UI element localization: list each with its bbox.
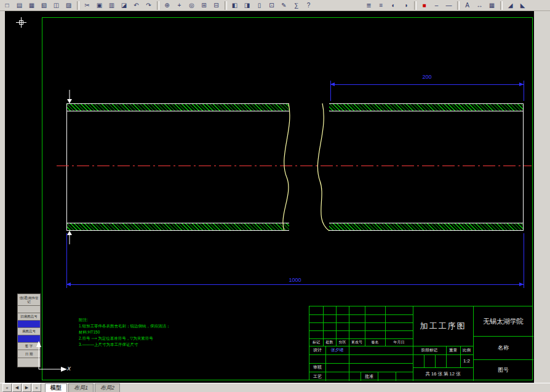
application-window: □▤▦▧◫▨✂▣▥◪↶↷⊕+◎⊞⊟◧◨▯⊡✎∑?≣≡◐◑■‒—A↔▦◢◣ <box>0 0 550 392</box>
title-block: 标记处数分区更改号签名年月日 加工工序图 无锡太湖学院 名称 图号 阶段标记 重… <box>309 306 533 380</box>
quick-calc-icon[interactable]: ∑ <box>290 0 302 10</box>
properties-icon[interactable]: ◧ <box>229 0 241 10</box>
ucs-icon: X <box>33 337 76 377</box>
text-style-icon[interactable]: A <box>461 0 473 10</box>
title-block-line <box>309 314 413 315</box>
corner-grip-right-icon[interactable]: ◣ <box>517 0 528 10</box>
dim-top-value: 200 <box>330 74 524 80</box>
ucs-y-arrowhead <box>36 341 41 347</box>
redo-icon[interactable]: ↷ <box>143 0 154 10</box>
change-table-header: 年月日 <box>385 338 413 346</box>
zoom-previous-icon[interactable]: ⊟ <box>210 0 222 10</box>
make-object-layer-icon[interactable]: ◐ <box>388 0 399 10</box>
pan-realtime-icon[interactable]: + <box>173 0 185 10</box>
crosshair-cursor <box>16 17 26 28</box>
match-properties-icon[interactable]: ◪ <box>118 0 130 10</box>
sheet-set-manager-icon[interactable]: ⊡ <box>266 0 277 10</box>
layer-previous-icon[interactable]: ◑ <box>400 0 412 10</box>
dim-overall-ext-right <box>524 233 524 288</box>
tool-palettes-icon[interactable]: ▯ <box>253 0 265 10</box>
copy-icon[interactable]: ▣ <box>94 0 105 10</box>
lineweight-control-icon[interactable]: — <box>443 0 455 10</box>
ucs-x-arrowhead <box>61 367 67 372</box>
dim-overall-value: 1000 <box>66 277 524 283</box>
drawing-number-label: 图号 <box>473 359 533 381</box>
tab-nav-button-2[interactable]: ◀ <box>12 383 22 392</box>
change-table-header: 分区 <box>336 338 349 346</box>
scale-value: 1:2 <box>460 354 473 367</box>
scale-label: 比例 <box>460 346 473 354</box>
toolbar-separator <box>500 1 503 10</box>
technical-note-line: 1.钳加工零件各表面去毛刺；锐边倒钝，保持清洁； <box>79 323 170 329</box>
toolbar-separator <box>77 1 79 10</box>
new-file-icon[interactable]: □ <box>1 0 13 10</box>
cut-icon[interactable]: ✂ <box>81 0 93 10</box>
process-label: 工艺 <box>309 372 325 381</box>
title-block-line <box>309 322 413 323</box>
color-control-icon[interactable]: ■ <box>418 0 430 10</box>
left-end-face <box>66 103 67 231</box>
lower-wall-right-section <box>329 223 524 231</box>
toolbar-separator <box>225 1 227 10</box>
layout-tab-3[interactable]: 布局2 <box>95 383 120 392</box>
change-table-header: 更改号 <box>349 338 365 346</box>
plot-icon[interactable]: ▧ <box>38 0 50 10</box>
toolbar-separator <box>457 1 460 10</box>
insert-hyperlink-icon[interactable]: ⊕ <box>161 0 173 10</box>
weight-label: 重量 <box>446 346 460 354</box>
stage-label: 阶段标记 <box>413 346 446 354</box>
dim-top-ext-right <box>524 81 524 101</box>
zoom-window-icon[interactable]: ⊞ <box>198 0 210 10</box>
right-end-face <box>523 103 524 231</box>
table-style-icon[interactable]: ▦ <box>486 0 498 10</box>
upper-wall-left-section <box>66 103 289 111</box>
save-icon[interactable]: ▦ <box>26 0 38 10</box>
layer-states-icon[interactable]: ≡ <box>375 0 387 10</box>
technical-note-line: 材料:HT150 <box>79 329 170 335</box>
publish-icon[interactable]: ▨ <box>63 0 74 10</box>
corner-grip-left-icon[interactable]: ◢ <box>504 0 516 10</box>
title-block-line <box>424 354 424 367</box>
change-table-header: 标记 <box>309 338 323 346</box>
open-file-icon[interactable]: ▤ <box>14 0 25 10</box>
crosshair-pickbox <box>19 20 23 25</box>
designcenter-icon[interactable]: ◨ <box>241 0 253 10</box>
layer-properties-icon[interactable]: ≣ <box>363 0 375 10</box>
linetype-control-icon[interactable]: ‒ <box>431 0 442 10</box>
change-header-row: 标记处数分区更改号签名年月日 <box>309 338 413 346</box>
check-label: 审核 <box>309 363 325 372</box>
title-block-line <box>309 354 473 355</box>
toolbar-separator <box>414 1 416 10</box>
help-icon[interactable]: ? <box>303 0 314 10</box>
technical-note-line: 3.———上尺寸为本工序保证尺寸 <box>79 342 170 348</box>
title-block-line <box>378 372 378 381</box>
drawing-canvas[interactable]: 200 1000 附注:1.钳加工零件各表面去毛刺；锐边倒钝，保持清洁；材料:H… <box>5 11 534 383</box>
sheet-info: 共 16 张 第 12 张 <box>413 367 473 381</box>
toolbar: □▤▦▧◫▨✂▣▥◪↶↷⊕+◎⊞⊟◧◨▯⊡✎∑?≣≡◐◑■‒—A↔▦◢◣ <box>0 0 550 11</box>
tab-nav-button-1[interactable]: « <box>2 383 12 392</box>
centerline <box>57 166 532 166</box>
markup-set-manager-icon[interactable]: ✎ <box>278 0 290 10</box>
tab-nav-button-3[interactable]: ▶ <box>22 383 31 392</box>
layout-tab-2[interactable]: 布局1 <box>68 383 94 392</box>
undo-icon[interactable]: ↶ <box>130 0 142 10</box>
upper-wall-right-section <box>329 103 524 111</box>
dim-top-arrow-right <box>519 82 524 86</box>
dim-top-line <box>330 84 524 85</box>
change-table-header: 签名 <box>365 338 385 346</box>
dim-top-arrow-left <box>330 82 335 86</box>
plot-preview-icon[interactable]: ◫ <box>50 0 62 10</box>
tab-nav: «◀▶» <box>2 383 42 392</box>
toolbar-separator <box>157 1 159 10</box>
title-block-line <box>435 354 436 367</box>
dimension-style-icon[interactable]: ↔ <box>474 0 485 10</box>
title-block-line <box>396 372 396 381</box>
design-label: 设计 <box>309 346 325 354</box>
ucs-x-label: X <box>67 366 71 372</box>
layout-tab-1[interactable]: 模型 <box>45 383 67 392</box>
paste-icon[interactable]: ▥ <box>106 0 118 10</box>
technical-note-line: 2.符号 ⟶ 为定位基准符号，▽为夹紧符号 <box>79 335 170 342</box>
zoom-realtime-icon[interactable]: ◎ <box>186 0 197 10</box>
technical-notes: 附注:1.钳加工零件各表面去毛刺；锐边倒钝，保持清洁；材料:HT1502.符号 … <box>79 317 170 348</box>
tab-nav-button-4[interactable]: » <box>32 383 41 392</box>
